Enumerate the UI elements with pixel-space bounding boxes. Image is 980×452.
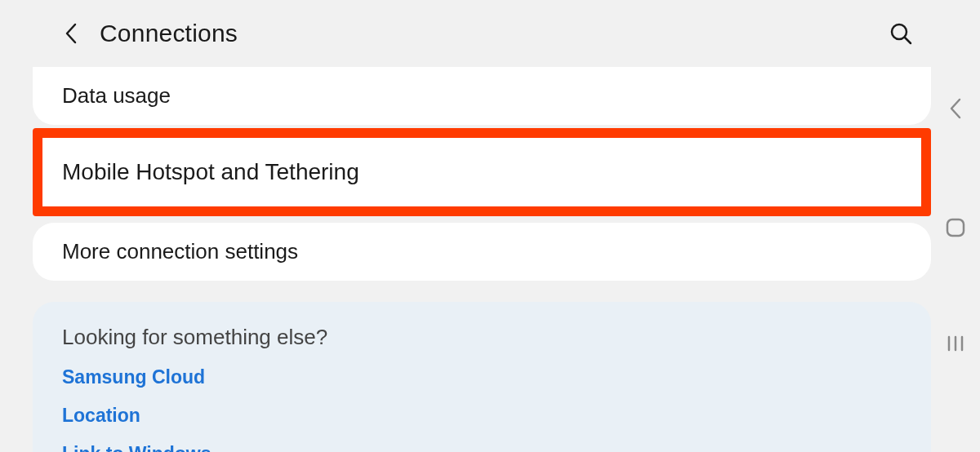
system-nav-rail [939, 0, 972, 452]
suggest-link-location[interactable]: Location [62, 405, 902, 427]
nav-home-icon[interactable] [939, 217, 972, 238]
nav-back-icon[interactable] [939, 96, 972, 121]
item-mobile-hotspot[interactable]: Mobile Hotspot and Tethering [42, 138, 921, 206]
settings-group-more: More connection settings [33, 223, 931, 281]
svg-rect-2 [947, 219, 964, 236]
search-icon[interactable] [887, 20, 915, 47]
suggestions-title: Looking for something else? [62, 325, 902, 350]
page-title: Connections [100, 20, 887, 47]
suggest-link-samsung-cloud[interactable]: Samsung Cloud [62, 366, 902, 388]
settings-screen: Connections Data usage Mobile Hotspot an… [33, 0, 931, 452]
back-icon[interactable] [57, 20, 85, 47]
suggest-link-link-to-windows[interactable]: Link to Windows [62, 443, 902, 452]
svg-line-1 [905, 38, 911, 43]
nav-recent-icon[interactable] [939, 335, 972, 352]
header-bar: Connections [33, 0, 931, 67]
item-data-usage[interactable]: Data usage [33, 67, 931, 125]
item-more-connection[interactable]: More connection settings [33, 223, 931, 281]
suggestions-card: Looking for something else? Samsung Clou… [33, 302, 931, 452]
settings-group-top: Data usage [33, 67, 931, 125]
highlight-hotspot: Mobile Hotspot and Tethering [33, 128, 931, 216]
